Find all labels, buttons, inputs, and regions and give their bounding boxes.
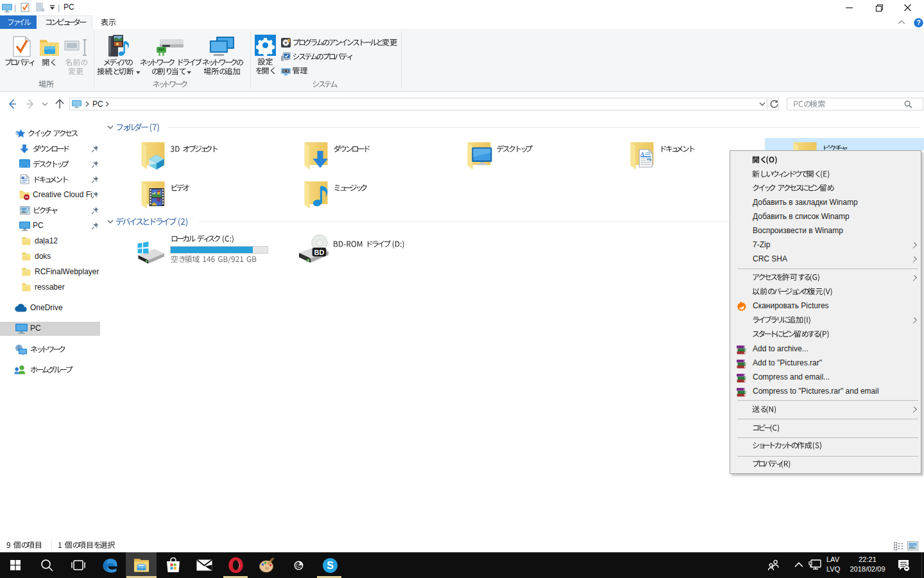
svg-text:S: S bbox=[327, 560, 334, 571]
svg-text:BD: BD bbox=[314, 249, 325, 256]
svg-text:A: A bbox=[640, 150, 644, 157]
svg-text:?: ? bbox=[916, 19, 921, 26]
